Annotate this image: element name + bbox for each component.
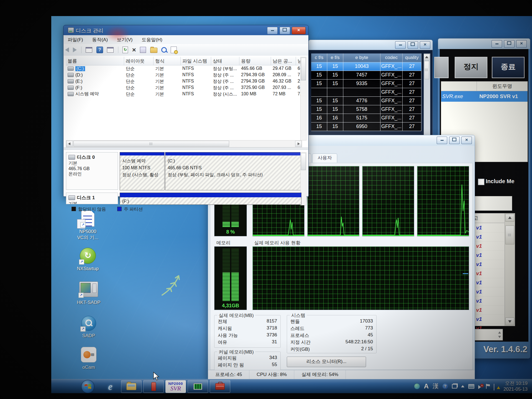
cell-quality[interactable]: 27 bbox=[403, 114, 421, 122]
ime-hanja-indicator[interactable]: 漢 bbox=[433, 382, 439, 390]
scrollbar-thumb[interactable] bbox=[73, 141, 229, 147]
cell-cfs[interactable]: 15 bbox=[311, 97, 327, 105]
column-header[interactable]: quality bbox=[403, 53, 421, 62]
cell-status[interactable]: 정상 (주 ... bbox=[211, 85, 239, 91]
cell-cfs[interactable]: 15 bbox=[311, 80, 327, 88]
cell-capacity[interactable]: 2794.39 GB bbox=[239, 72, 271, 78]
maximize-button[interactable] bbox=[504, 40, 515, 48]
cell-free[interactable]: 29.47 GB bbox=[271, 65, 296, 72]
pane-splitter[interactable] bbox=[64, 147, 308, 150]
column-header[interactable]: 용량 bbox=[239, 57, 271, 65]
taskbar-clock[interactable]: 오전 10:19 2021-05-13 bbox=[503, 380, 528, 392]
cell-free[interactable]: 207.93 ... bbox=[271, 85, 296, 91]
cell-free[interactable]: 46.32 GB bbox=[271, 78, 296, 85]
action-center-flag-icon[interactable] bbox=[486, 384, 490, 389]
cell-capacity[interactable]: 2794.39 GB bbox=[239, 78, 271, 85]
scrollbar-thumb[interactable] bbox=[301, 58, 306, 80]
exit-button[interactable]: 종료 bbox=[492, 57, 525, 78]
cell-type[interactable]: 기본 bbox=[154, 72, 181, 78]
menu-file[interactable]: 파일(F) bbox=[64, 35, 87, 44]
minimize-button[interactable] bbox=[437, 137, 447, 144]
partition-c[interactable]: (C:) 465.66 GB NTFS 정상 (부팅, 페이지 파일, 크래시 … bbox=[165, 152, 301, 190]
cell-type[interactable]: 기본 bbox=[154, 78, 181, 85]
cell-filesystem[interactable]: NTFS bbox=[181, 72, 211, 78]
cell-filesystem[interactable]: NTFS bbox=[181, 78, 211, 85]
partition-f[interactable]: (F:) bbox=[120, 193, 301, 205]
cell-capacity[interactable]: 465.66 GB bbox=[239, 65, 271, 72]
cell-codec[interactable]: GFFX_... bbox=[380, 62, 403, 71]
cell-quality[interactable]: 27 bbox=[403, 122, 421, 131]
maximize-button[interactable] bbox=[280, 27, 290, 34]
cell-ebyte[interactable]: 10043 bbox=[343, 62, 380, 71]
scroll-up-button[interactable] bbox=[505, 214, 514, 222]
cell-capacity[interactable]: 100 MB bbox=[239, 91, 271, 97]
cell-ebyte[interactable]: 5758 bbox=[343, 105, 380, 114]
close-button[interactable]: × bbox=[461, 137, 472, 144]
tab-users[interactable]: 사용자 bbox=[312, 154, 337, 163]
restore-windows-icon[interactable] bbox=[452, 384, 457, 388]
cell-ebyte[interactable]: 7457 bbox=[343, 71, 380, 80]
cell-layout[interactable]: 단순 bbox=[124, 85, 154, 91]
search-icon[interactable] bbox=[161, 47, 167, 53]
column-header[interactable]: 상태 bbox=[211, 57, 239, 65]
cell-cfs[interactable]: 15 bbox=[311, 71, 327, 80]
cell-codec[interactable]: GFFX_... bbox=[380, 105, 403, 114]
column-header[interactable]: c f/s bbox=[311, 53, 327, 62]
column-header[interactable]: e f/s bbox=[327, 53, 343, 62]
volume-row-d[interactable]: (D:) bbox=[66, 72, 124, 78]
scrollbar-thumb[interactable] bbox=[301, 153, 306, 170]
cell-efs[interactable] bbox=[327, 88, 343, 97]
partial-button[interactable] bbox=[434, 57, 449, 78]
volume-row-e[interactable]: (E:) bbox=[66, 78, 124, 85]
cell-codec[interactable]: GFFX_... bbox=[380, 88, 403, 97]
cell-efs[interactable]: 15 bbox=[327, 71, 343, 80]
column-header[interactable]: 볼륨 bbox=[66, 57, 124, 65]
column-header[interactable]: 파일 시스템 bbox=[181, 57, 211, 65]
cell-cfs[interactable]: 16 bbox=[311, 114, 327, 122]
taskbar-red-device-button[interactable] bbox=[143, 380, 164, 393]
cell-ebyte[interactable] bbox=[343, 88, 380, 97]
scroll-down-button[interactable] bbox=[505, 318, 514, 325]
cell-layout[interactable]: 단순 bbox=[124, 72, 154, 78]
scroll-right-button[interactable] bbox=[295, 141, 302, 147]
disk0-info[interactable]: 디스크 0 기본 465.76 GB 온라인 bbox=[66, 152, 118, 190]
column-header[interactable]: 형식 bbox=[154, 57, 181, 65]
cell-free[interactable]: 72 MB bbox=[271, 91, 296, 97]
taskbar-ie-button[interactable]: e bbox=[103, 380, 118, 393]
forward-arrow-icon[interactable] bbox=[73, 47, 77, 52]
cell-filesystem[interactable]: NTFS bbox=[181, 65, 211, 72]
menu-action[interactable]: 동작(A) bbox=[88, 35, 112, 44]
close-button[interactable]: × bbox=[292, 27, 306, 34]
cell-status[interactable]: 정상 (부팅... bbox=[211, 65, 239, 72]
volume-muted-icon[interactable]: × bbox=[478, 384, 482, 388]
start-button[interactable] bbox=[81, 380, 94, 393]
cell-filesystem[interactable]: NTFS bbox=[181, 85, 211, 91]
properties-icon[interactable] bbox=[140, 47, 146, 53]
show-hidden-icons-button[interactable] bbox=[461, 383, 464, 387]
desktop-icon-np5000[interactable]: ↗ NP5000 VC의 기... bbox=[73, 211, 103, 241]
ime-a-indicator[interactable]: A bbox=[424, 382, 429, 390]
cell-layout[interactable]: 단순 bbox=[124, 65, 154, 72]
cell-status[interactable]: 정상 (주 ... bbox=[211, 72, 239, 78]
memo-scrollbar[interactable] bbox=[505, 213, 515, 326]
volume-row-f[interactable]: (F:) bbox=[66, 85, 124, 91]
cell-codec[interactable]: GFFX_... bbox=[380, 71, 403, 80]
display-tray-icon[interactable] bbox=[468, 384, 474, 389]
window-name-column-header[interactable]: 윈도우명 bbox=[477, 81, 528, 91]
cell-ebyte[interactable]: 6950 bbox=[343, 122, 380, 131]
cell-quality[interactable]: 27 bbox=[403, 80, 421, 88]
scroll-left-button[interactable] bbox=[66, 141, 73, 147]
cell-cfs[interactable]: 15 bbox=[311, 122, 327, 131]
column-header[interactable]: e byte bbox=[343, 53, 380, 62]
menu-help[interactable]: 도움말(H) bbox=[138, 35, 166, 44]
cell-ebyte[interactable]: 5175 bbox=[343, 114, 380, 122]
cell-quality[interactable]: 27 bbox=[403, 97, 421, 105]
delete-icon[interactable]: × bbox=[132, 47, 136, 53]
cell-status[interactable]: 정상 (시스... bbox=[211, 91, 239, 97]
volume-row-c[interactable]: (C:) bbox=[66, 65, 124, 72]
column-header[interactable]: 남은 공... bbox=[271, 57, 296, 65]
console-window-icon[interactable] bbox=[86, 47, 92, 53]
close-button[interactable]: × bbox=[420, 41, 430, 49]
stop-button[interactable]: 정지 bbox=[455, 57, 487, 78]
cell-ebyte[interactable]: 9335 bbox=[343, 80, 380, 88]
